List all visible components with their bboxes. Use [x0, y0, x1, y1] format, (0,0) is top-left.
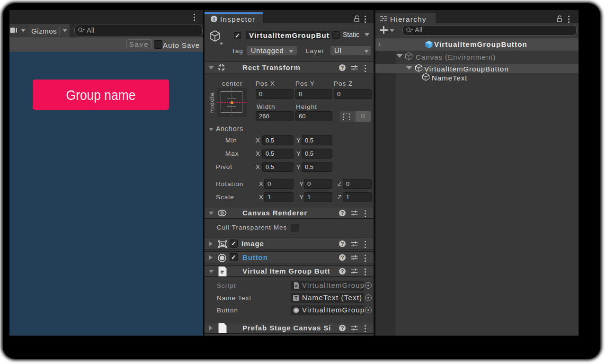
svg-text:#: # — [295, 284, 297, 288]
svg-text:#: # — [221, 268, 224, 275]
svg-text:T: T — [294, 295, 298, 301]
